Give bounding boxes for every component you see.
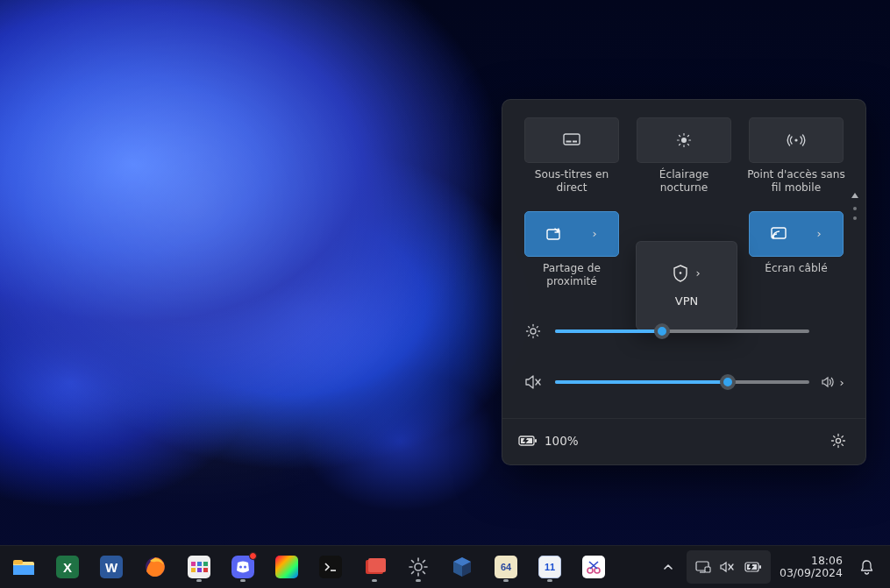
svg-line-47 bbox=[423, 571, 424, 573]
chevron-right-icon: › bbox=[816, 227, 821, 240]
tray-overflow-chevron[interactable] bbox=[653, 550, 683, 584]
tile-mobile-hotspot[interactable] bbox=[749, 117, 844, 163]
tile-nearby-sharing[interactable]: › bbox=[524, 211, 619, 257]
settings-button[interactable] bbox=[825, 428, 851, 454]
svg-line-49 bbox=[412, 571, 414, 573]
svg-line-46 bbox=[412, 561, 414, 563]
svg-rect-0 bbox=[564, 134, 580, 145]
tile-live-captions[interactable] bbox=[524, 117, 619, 163]
hotspot-icon bbox=[787, 133, 806, 147]
taskbar-app-app-64[interactable]: 64 bbox=[488, 549, 524, 584]
chevron-right-icon: › bbox=[695, 266, 700, 280]
svg-point-41 bbox=[415, 563, 422, 570]
bell-icon bbox=[859, 559, 874, 575]
svg-point-3 bbox=[681, 138, 687, 143]
notifications-button[interactable] bbox=[851, 550, 881, 584]
chevron-up-icon bbox=[663, 562, 673, 572]
volume-slider-row: › bbox=[523, 357, 844, 407]
svg-point-16 bbox=[680, 272, 682, 274]
notification-badge bbox=[249, 552, 257, 560]
battery-icon bbox=[518, 435, 538, 447]
tile-label: Éclairage nocturne bbox=[635, 163, 733, 206]
svg-rect-40 bbox=[368, 558, 386, 572]
taskbar-clock[interactable]: 18:06 03/09/2024 bbox=[774, 555, 848, 580]
svg-line-23 bbox=[537, 335, 538, 336]
battery-icon bbox=[744, 562, 762, 572]
taskbar-app-virtualbox[interactable] bbox=[444, 549, 481, 584]
tiles-pagination[interactable] bbox=[851, 193, 858, 220]
brightness-icon bbox=[523, 323, 543, 339]
svg-point-31 bbox=[836, 438, 840, 443]
svg-rect-34 bbox=[13, 565, 34, 575]
clock-date: 03/09/2024 bbox=[780, 567, 843, 579]
volume-slider[interactable] bbox=[555, 373, 809, 391]
chevron-right-icon: › bbox=[592, 227, 596, 240]
share-icon bbox=[546, 227, 562, 241]
taskbar-app-discord[interactable] bbox=[224, 549, 261, 584]
svg-rect-2 bbox=[573, 141, 577, 143]
taskbar-app-firefox[interactable] bbox=[137, 549, 174, 584]
svg-point-17 bbox=[530, 329, 536, 334]
captions-icon bbox=[563, 133, 580, 147]
tile-label: VPN bbox=[675, 294, 698, 308]
gear-icon bbox=[830, 433, 846, 449]
quick-settings-panel: Sous-titres en direct Éclairage nocturne bbox=[502, 99, 866, 465]
audio-output-picker[interactable]: › bbox=[822, 376, 844, 389]
svg-line-22 bbox=[529, 327, 530, 328]
svg-point-15 bbox=[773, 237, 774, 238]
svg-point-12 bbox=[794, 138, 797, 141]
battery-status[interactable]: 100% bbox=[518, 434, 579, 448]
svg-line-24 bbox=[537, 327, 538, 328]
tile-night-light[interactable] bbox=[637, 117, 731, 163]
night-light-icon bbox=[676, 132, 692, 148]
chevron-right-icon: › bbox=[839, 376, 844, 389]
svg-rect-56 bbox=[705, 567, 710, 572]
tile-label: Sous-titres en direct bbox=[523, 163, 621, 206]
tile-label: Écran câblé bbox=[747, 257, 845, 287]
tile-label: Partage de proximité bbox=[523, 257, 621, 300]
svg-point-36 bbox=[239, 566, 242, 569]
shield-icon bbox=[673, 265, 688, 282]
svg-line-48 bbox=[423, 561, 424, 563]
clock-time: 18:06 bbox=[811, 555, 843, 567]
taskbar-app-app-color[interactable] bbox=[268, 549, 305, 584]
taskbar: XW6411 18:06 03/09/2024 bbox=[0, 545, 890, 588]
taskbar-app-app-red[interactable] bbox=[356, 549, 393, 584]
taskbar-app-app-purple[interactable] bbox=[181, 549, 217, 584]
svg-rect-1 bbox=[566, 141, 572, 143]
taskbar-app-file-explorer[interactable] bbox=[5, 549, 42, 584]
taskbar-app-app-11[interactable]: 11 bbox=[531, 549, 568, 584]
svg-rect-61 bbox=[759, 565, 761, 569]
taskbar-app-word[interactable]: W bbox=[93, 549, 130, 584]
volume-mute-icon[interactable] bbox=[523, 374, 543, 390]
svg-rect-33 bbox=[13, 560, 23, 564]
svg-line-25 bbox=[529, 335, 530, 336]
battery-percent: 100% bbox=[545, 434, 579, 448]
svg-rect-30 bbox=[535, 439, 537, 443]
svg-line-8 bbox=[680, 136, 680, 137]
svg-point-37 bbox=[244, 566, 246, 569]
cast-icon bbox=[771, 227, 787, 240]
tile-cast[interactable]: › bbox=[749, 211, 844, 257]
tile-vpn-flyout[interactable]: › VPN bbox=[636, 241, 737, 330]
taskbar-app-settings[interactable] bbox=[400, 549, 437, 584]
brightness-slider[interactable] bbox=[555, 322, 809, 340]
svg-line-9 bbox=[687, 144, 688, 145]
taskbar-app-terminal[interactable] bbox=[312, 549, 349, 584]
taskbar-app-excel[interactable]: X bbox=[49, 549, 86, 584]
system-tray-status[interactable] bbox=[687, 550, 771, 584]
svg-line-11 bbox=[680, 144, 680, 145]
tile-label: Point d'accès sans fil mobile bbox=[747, 163, 845, 206]
svg-line-10 bbox=[687, 136, 688, 137]
display-icon bbox=[695, 561, 711, 573]
volume-mute-icon bbox=[720, 561, 736, 573]
taskbar-app-snipping-tool[interactable] bbox=[575, 549, 612, 584]
